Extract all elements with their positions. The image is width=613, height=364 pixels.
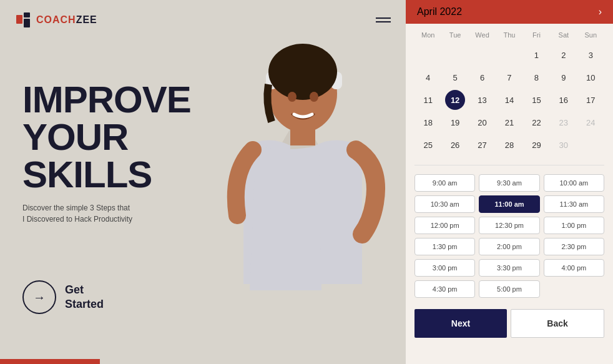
calendar-date-12[interactable]: 12 (445, 90, 465, 110)
calendar-next-button[interactable]: › (599, 7, 602, 17)
calendar-date-14[interactable]: 14 (499, 90, 519, 110)
hero-title: IMPROVE YOUR SKILLS (22, 81, 191, 194)
day-mon: Mon (414, 29, 441, 41)
svg-point-7 (268, 44, 337, 100)
calendar-date-empty (418, 45, 438, 65)
time-slot-200pm[interactable]: 2:00 pm (479, 238, 539, 255)
time-slot-1130am[interactable]: 11:30 am (544, 195, 604, 213)
calendar-date-19[interactable]: 19 (445, 112, 465, 132)
calendar-date-6[interactable]: 6 (473, 67, 493, 87)
day-tue: Tue (441, 29, 468, 41)
time-slot-1230pm[interactable]: 12:30 pm (479, 217, 539, 234)
hero-image (181, 22, 393, 359)
calendar-date-17[interactable]: 17 (581, 90, 601, 110)
calendar-date-23[interactable]: 23 (554, 112, 574, 132)
calendar-date-1[interactable]: 1 (526, 45, 546, 65)
time-slot-1200pm[interactable]: 12:00 pm (414, 217, 475, 234)
day-thu: Thu (496, 29, 522, 41)
logo-accent: COACH (36, 14, 76, 25)
time-slot-130pm[interactable]: 1:30 pm (414, 238, 475, 255)
calendar-date-21[interactable]: 21 (499, 112, 519, 132)
time-slot-300pm[interactable]: 3:00 pm (414, 259, 475, 277)
time-slot-1000am[interactable]: 10:00 am (544, 174, 604, 192)
calendar: April 2022 › Mon Tue Wed Thu Fri Sat Sun… (406, 0, 613, 161)
calendar-date-20[interactable]: 20 (473, 112, 493, 132)
hero-subtitle-line1: Discover the simple 3 Steps that (22, 202, 191, 214)
calendar-date-empty (581, 135, 601, 155)
header: COACHZEE (0, 0, 406, 40)
calendar-date-10[interactable]: 10 (581, 67, 601, 87)
time-slot-900am[interactable]: 9:00 am (414, 174, 475, 192)
calendar-date-5[interactable]: 5 (445, 67, 465, 87)
calendar-days-header: Mon Tue Wed Thu Fri Sat Sun (414, 29, 604, 41)
calendar-date-empty (445, 45, 465, 65)
time-slot-1030am[interactable]: 10:30 am (414, 195, 475, 213)
calendar-dates: 1 2 3 4 5 6 7 8 9 10 11 12 13 14 15 16 1… (414, 44, 604, 156)
day-sun: Sun (577, 29, 604, 41)
calendar-date-16[interactable]: 16 (554, 90, 574, 110)
calendar-date-22[interactable]: 22 (526, 112, 546, 132)
hamburger-line-2 (376, 21, 391, 22)
calendar-date-26[interactable]: 26 (445, 135, 465, 155)
time-slot-230pm[interactable]: 2:30 pm (544, 238, 604, 255)
svg-rect-0 (16, 15, 22, 24)
hero-title-line3: SKILLS (22, 156, 191, 194)
time-slot-100pm[interactable]: 1:00 pm (544, 217, 604, 234)
time-slot-500pm[interactable]: 5:00 pm (479, 280, 539, 298)
logo-icon (15, 11, 32, 29)
calendar-date-18[interactable]: 18 (418, 112, 438, 132)
get-started-button[interactable]: GetStarted (22, 280, 104, 314)
day-sat: Sat (550, 29, 577, 41)
logo: COACHZEE (15, 11, 97, 29)
time-slots-grid: 9:00 am 9:30 am 10:00 am 10:30 am 11:00 … (406, 169, 613, 303)
calendar-date-7[interactable]: 7 (499, 67, 519, 87)
svg-rect-4 (290, 127, 315, 145)
calendar-date-9[interactable]: 9 (554, 67, 574, 87)
calendar-date-2[interactable]: 2 (554, 45, 574, 65)
calendar-header: April 2022 › (406, 0, 613, 24)
calendar-date-28[interactable]: 28 (499, 135, 519, 155)
calendar-date-24[interactable]: 24 (581, 112, 601, 132)
calendar-date-27[interactable]: 27 (473, 135, 493, 155)
action-buttons: Next Back (414, 309, 604, 338)
right-panel: April 2022 › Mon Tue Wed Thu Fri Sat Sun… (406, 0, 613, 364)
calendar-date-30[interactable]: 30 (554, 135, 574, 155)
time-slot-1100am[interactable]: 11:00 am (479, 195, 539, 213)
calendar-date-29[interactable]: 29 (526, 135, 546, 155)
time-slot-930am[interactable]: 9:30 am (479, 174, 539, 192)
calendar-date-3[interactable]: 3 (581, 45, 601, 65)
svg-rect-2 (24, 19, 30, 27)
day-wed: Wed (469, 29, 496, 41)
calendar-date-15[interactable]: 15 (526, 90, 546, 110)
calendar-title: April 2022 (417, 6, 462, 17)
time-slot-400pm[interactable]: 4:00 pm (544, 259, 604, 277)
time-slot-430pm[interactable]: 4:30 pm (414, 280, 475, 298)
calendar-date-8[interactable]: 8 (526, 67, 546, 87)
calendar-date-13[interactable]: 13 (473, 90, 493, 110)
svg-point-9 (310, 92, 318, 102)
hero-subtitle-line2: I Discovered to Hack Productivity (22, 214, 191, 225)
back-button[interactable]: Back (511, 309, 604, 338)
svg-rect-1 (24, 12, 30, 17)
hero-title-line1: IMPROVE (22, 81, 191, 119)
time-slot-330pm[interactable]: 3:30 pm (479, 259, 539, 277)
calendar-date-4[interactable]: 4 (418, 67, 438, 87)
next-button[interactable]: Next (414, 309, 507, 338)
left-panel: COACHZEE (0, 0, 406, 364)
calendar-date-25[interactable]: 25 (418, 135, 438, 155)
hero-title-line2: YOUR (22, 119, 191, 156)
day-fri: Fri (523, 29, 550, 41)
hero-content: IMPROVE YOUR SKILLS Discover the simple … (22, 81, 191, 225)
calendar-date-empty (499, 45, 519, 65)
get-started-label: GetStarted (65, 283, 104, 312)
hamburger-menu[interactable] (376, 17, 391, 22)
logo-text: COACHZEE (36, 14, 97, 26)
bottom-accent-bar (0, 359, 100, 364)
hamburger-line-1 (376, 17, 391, 19)
circle-arrow-icon (22, 280, 56, 314)
hero-subtitle: Discover the simple 3 Steps that I Disco… (22, 202, 191, 225)
calendar-date-empty (473, 45, 493, 65)
calendar-grid: Mon Tue Wed Thu Fri Sat Sun 1 2 3 4 5 (406, 24, 613, 161)
svg-point-8 (288, 92, 297, 102)
calendar-date-11[interactable]: 11 (418, 90, 438, 110)
